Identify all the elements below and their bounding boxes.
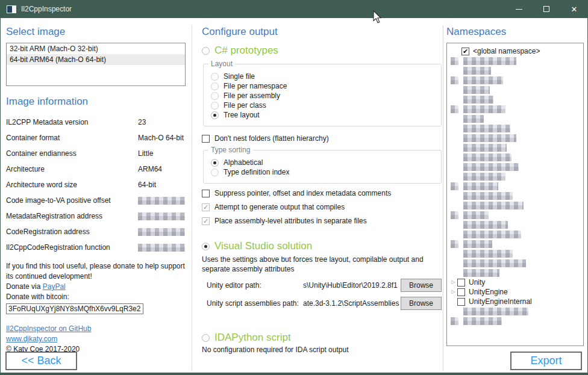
links-block: Il2CppInspector on GitHub www.djkaty.com… [6,324,186,355]
visual-studio-radio[interactable]: Visual Studio solution [202,240,442,252]
browse-script-button[interactable]: Browse [401,297,442,310]
info-value: Mach-O 64-bit [138,134,184,142]
redacted-text [463,105,505,113]
option-checkbox[interactable]: ✓Place assembly-level attributes in sepa… [202,217,442,225]
expander-icon[interactable]: ▷ [449,280,457,285]
image-info-table: IL2CPP Metadata version23Container forma… [6,114,186,255]
namespace-item[interactable]: UnityEngineInternal [447,297,583,306]
option-checkbox[interactable]: ✓Attempt to generate output that compile… [202,203,442,211]
redacted-text [463,221,508,229]
namespace-item-redacted[interactable] [447,162,583,172]
namespace-item-redacted[interactable] [447,316,583,326]
namespace-item[interactable]: ✔<global namespace> [447,46,583,56]
app-window: Il2CppInspector ✕ Select image 32-bit AR… [0,0,588,375]
image-info-heading: Image information [6,96,186,108]
namespace-item-redacted[interactable] [447,114,583,123]
website-link[interactable]: www.djkaty.com [6,334,57,344]
radio-icon [211,92,219,100]
select-image-panel: Select image 32-bit ARM (Mach-O 32-bit)6… [6,26,186,355]
paypal-link[interactable]: PayPal [43,282,66,291]
info-value-redacted [138,228,185,236]
redacted-text [463,144,507,152]
close-button[interactable]: ✕ [560,0,588,18]
radio-option-label: File per class [224,101,266,110]
radio-icon [211,111,219,119]
redacted-text [463,134,516,142]
namespace-item-redacted[interactable] [447,133,583,143]
namespace-checkbox[interactable] [457,288,465,296]
info-row: IL2CPP Metadata version23 [6,114,186,130]
checkbox-label: Attempt to generate output that compiles [214,203,345,211]
info-value: ARM64 [138,165,162,173]
namespace-item-redacted[interactable] [447,191,583,200]
namespace-item-redacted[interactable] [447,56,583,66]
namespace-item-redacted[interactable] [447,172,583,181]
namespace-item-redacted[interactable] [447,210,583,220]
radio-option[interactable]: Tree layout [211,110,435,120]
bitcoin-address-input[interactable] [6,303,143,314]
namespace-item-redacted[interactable] [447,249,583,258]
namespace-checkbox[interactable] [457,298,465,306]
namespace-item-redacted[interactable] [447,200,583,210]
minimize-button[interactable] [505,0,533,18]
layout-group-title: Layout [208,60,235,68]
namespace-item-redacted[interactable] [447,104,583,114]
image-listbox[interactable]: 32-bit ARM (Mach-O 32-bit)64-bit ARM64 (… [6,43,186,86]
namespace-item-redacted[interactable] [447,220,583,229]
redacted-text [463,192,513,200]
browse-editor-button[interactable]: Browse [401,279,442,292]
namespace-item-redacted[interactable] [447,258,583,268]
radio-option[interactable]: File per namespace [211,81,435,91]
image-list-item[interactable]: 64-bit ARM64 (Mach-O 64-bit) [7,54,185,65]
namespace-item-redacted[interactable] [447,152,583,162]
info-label: IL2CPP Metadata version [6,118,138,126]
expander-icon[interactable]: ▷ [449,290,457,294]
namespace-item-redacted[interactable] [447,123,583,133]
idapython-radio[interactable]: IDAPython script [202,332,442,344]
namespace-item-redacted[interactable] [447,85,583,95]
namespace-item-redacted[interactable] [447,239,583,249]
unity-script-path-value: ate.3d-3.1.2\ScriptAssemblies [303,299,401,308]
namespace-item[interactable]: ▷Unity [447,277,583,287]
redacted-text [463,182,498,190]
csharp-prototypes-radio[interactable]: C# prototypes [202,45,442,57]
namespace-item-redacted[interactable] [447,229,583,239]
checkbox-icon [202,190,210,197]
namespace-item-redacted[interactable] [447,143,583,152]
type-sorting-options: AlphabeticalType definition index [211,158,435,177]
idapython-description: No configuration required for IDA script… [202,346,442,354]
redacted-checkbox [451,105,458,113]
namespace-checkbox[interactable]: ✔ [461,48,469,55]
checkbox-icon: ✓ [202,203,210,211]
namespace-item-redacted[interactable] [447,181,583,191]
namespace-item-redacted[interactable] [447,66,583,75]
minimize-icon [516,9,522,10]
flatten-checkbox[interactable]: Don't nest folders (flatten hierarchy) [202,134,442,143]
namespace-item-redacted[interactable] [447,75,583,85]
github-link[interactable]: Il2CppInspector on GitHub [6,324,91,334]
radio-option[interactable]: File per assembly [211,91,435,101]
namespaces-listbox[interactable]: ✔<global namespace>▷Unity▷UnityEngineUni… [446,43,584,346]
radio-icon [202,243,210,250]
namespace-item-redacted[interactable] [447,268,583,277]
namespace-checkbox[interactable] [457,279,465,287]
image-list-item[interactable]: 32-bit ARM (Mach-O 32-bit) [7,43,185,54]
radio-option[interactable]: File per class [211,101,435,110]
namespace-label: UnityEngineInternal [469,297,532,306]
namespace-item-redacted[interactable] [447,306,583,316]
maximize-button[interactable] [533,0,560,18]
radio-option[interactable]: Single file [211,72,435,81]
info-label: Code image-to-VA positive offset [6,196,138,205]
redacted-checkbox [451,211,458,219]
radio-option[interactable]: Alphabetical [211,158,435,167]
namespace-item-redacted[interactable] [447,95,583,104]
maximize-icon [543,6,549,12]
export-button[interactable]: Export [510,352,582,370]
radio-option[interactable]: Type definition index [211,167,435,177]
back-button[interactable]: << Back [5,352,77,370]
info-row: Architecture word size64-bit [6,177,186,193]
namespace-item[interactable]: ▷UnityEngine [447,287,583,297]
visual-studio-label: Visual Studio solution [214,240,312,252]
redacted-text [463,240,492,248]
option-checkbox[interactable]: Suppress pointer, offset and index metad… [202,189,442,197]
